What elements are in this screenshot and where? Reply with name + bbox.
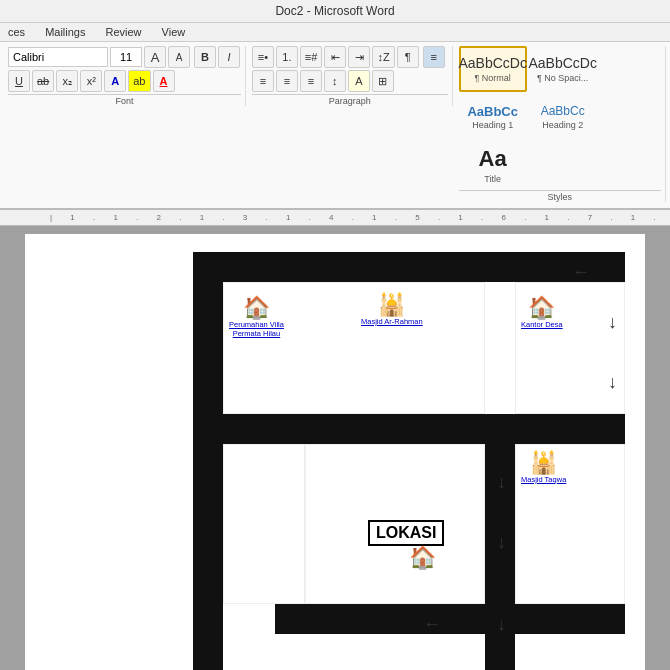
justify-btn[interactable]: ≡ xyxy=(300,70,322,92)
house-icon-kantor: 🏠 xyxy=(528,297,555,319)
text-effects-btn[interactable]: A xyxy=(104,70,126,92)
menu-item-view[interactable]: View xyxy=(158,25,190,39)
show-formatting-btn[interactable]: ¶ xyxy=(397,46,419,68)
loc-perumahan: 🏠 Perumahan VillaPermata Hilau xyxy=(229,297,284,338)
style-no-spacing-label: ¶ No Spaci... xyxy=(537,73,588,83)
title-bar: Doc2 - Microsoft Word xyxy=(0,0,670,23)
menu-item-mailings[interactable]: Mailings xyxy=(41,25,89,39)
font-controls: A A B I U ab x₂ x² A ab A xyxy=(8,46,241,92)
arrow-top-right: ← xyxy=(572,262,590,283)
underline-btn[interactable]: U xyxy=(8,70,30,92)
style-title-label: Title xyxy=(484,174,501,184)
style-heading1[interactable]: AaBbCc Heading 1 xyxy=(459,94,527,140)
text-highlight-btn[interactable]: ab xyxy=(128,70,150,92)
style-heading2-preview: AaBbCc xyxy=(541,104,585,118)
bullets-btn[interactable]: ≡• xyxy=(252,46,274,68)
road-bot-h xyxy=(275,604,625,634)
window-title: Doc2 - Microsoft Word xyxy=(275,4,394,18)
ribbon-group-font: A A B I U ab x₂ x² A ab A Font xyxy=(4,46,246,106)
arrow-bot-down: ↓ xyxy=(497,614,506,635)
style-no-spacing[interactable]: AaBbCcDc ¶ No Spaci... xyxy=(529,46,597,92)
styles-controls: AaBbCcDc ¶ Normal AaBbCcDc ¶ No Spaci...… xyxy=(459,46,661,188)
sort-btn[interactable]: ↕Z xyxy=(372,46,394,68)
line-spacing-btn[interactable]: ↕ xyxy=(324,70,346,92)
loc-masjid-ar: 🕌 Masjid Ar-Rahman xyxy=(361,294,423,326)
style-heading1-label: Heading 1 xyxy=(472,120,513,130)
arrow-right-v2: ↓ xyxy=(608,372,617,393)
style-normal[interactable]: AaBbCcDc ¶ Normal xyxy=(459,46,527,92)
bold-btn[interactable]: B xyxy=(194,46,216,68)
superscript-btn[interactable]: x² xyxy=(80,70,102,92)
arrow-bot-h: ← xyxy=(423,614,441,635)
document-area: ← ↓ ↓ ↓ ↓ ← ↓ 🏠 Perumahan VillaPermata H… xyxy=(0,226,670,670)
style-heading1-preview: AaBbCc xyxy=(467,104,518,120)
paragraph-controls: ≡• 1. ≡# ⇤ ⇥ ↕Z ¶ ≡ ≡ ≡ ≡ ↕ A ⊞ xyxy=(252,46,448,92)
masjid-ar-label: Masjid Ar-Rahman xyxy=(361,317,423,326)
font-name-input[interactable] xyxy=(8,47,108,67)
multilevel-btn[interactable]: ≡# xyxy=(300,46,323,68)
ribbon-group-styles: AaBbCcDc ¶ Normal AaBbCcDc ¶ No Spaci...… xyxy=(455,46,666,202)
doc-page: ← ↓ ↓ ↓ ↓ ← ↓ 🏠 Perumahan VillaPermata H… xyxy=(25,234,645,670)
loc-masjid-taqwa: 🕌 Masjid Taqwa xyxy=(521,452,566,484)
align-right-btn[interactable]: ≡ xyxy=(276,70,298,92)
arrow-mid-v1: ↓ xyxy=(497,472,506,493)
style-heading2[interactable]: AaBbCc Heading 2 xyxy=(529,94,597,140)
road-mid-h xyxy=(193,414,625,444)
masjid-taqwa-label: Masjid Taqwa xyxy=(521,475,566,484)
perumahan-label: Perumahan VillaPermata Hilau xyxy=(229,320,284,338)
font-size-input[interactable] xyxy=(110,47,142,67)
road-top xyxy=(193,252,625,282)
ruler: | 1 . 1 . 2 . 1 . 3 . 1 . 4 . 1 . 5 . 1 … xyxy=(0,210,670,226)
italic-btn[interactable]: I xyxy=(218,46,240,68)
style-heading2-label: Heading 2 xyxy=(542,120,583,130)
arrow-mid-v2: ↓ xyxy=(497,532,506,553)
strikethrough-btn[interactable]: ab xyxy=(32,70,54,92)
loc-house-lokasi: 🏠 xyxy=(409,547,436,569)
style-normal-preview: AaBbCcDc xyxy=(458,55,526,72)
ruler-marks: | 1 . 1 . 2 . 1 . 3 . 1 . 4 . 1 . 5 . 1 … xyxy=(50,213,670,222)
style-normal-label: ¶ Normal xyxy=(475,73,511,83)
styles-section-label: Styles xyxy=(459,190,661,202)
style-title[interactable]: Aa Title xyxy=(459,142,527,188)
house-icon-lokasi: 🏠 xyxy=(409,547,436,569)
borders-btn[interactable]: ⊞ xyxy=(372,70,394,92)
shading-btn[interactable]: A xyxy=(348,70,370,92)
mosque-icon-ar: 🕌 xyxy=(378,294,405,316)
road-left-v2 xyxy=(193,414,223,670)
house-icon-perumahan: 🏠 xyxy=(243,297,270,319)
loc-kantor-desa: 🏠 Kantor Desa xyxy=(521,297,563,329)
font-color-btn[interactable]: A xyxy=(153,70,175,92)
lokasi-label: LOKASI xyxy=(368,520,444,546)
increase-indent-btn[interactable]: ⇥ xyxy=(348,46,370,68)
menu-bar: ces Mailings Review View xyxy=(0,23,670,42)
style-title-preview: Aa xyxy=(479,146,507,172)
font-label: Font xyxy=(8,94,241,106)
arrow-right-v1: ↓ xyxy=(608,312,617,333)
land-bot-left xyxy=(223,444,305,604)
shrink-font-btn[interactable]: A xyxy=(168,46,190,68)
menu-item-ces[interactable]: ces xyxy=(4,25,29,39)
ribbon-group-paragraph: ≡• 1. ≡# ⇤ ⇥ ↕Z ¶ ≡ ≡ ≡ ≡ ↕ A ⊞ Paragrap… xyxy=(248,46,453,106)
paragraph-section-label: Paragraph xyxy=(252,94,448,106)
style-no-spacing-preview: AaBbCcDc xyxy=(528,55,596,72)
numbering-btn[interactable]: 1. xyxy=(276,46,298,68)
mosque-icon-taqwa: 🕌 xyxy=(530,452,557,474)
ribbon: A A B I U ab x₂ x² A ab A Font ≡• 1. ≡# … xyxy=(0,42,670,210)
decrease-indent-btn[interactable]: ⇤ xyxy=(324,46,346,68)
map-container: ← ↓ ↓ ↓ ↓ ← ↓ 🏠 Perumahan VillaPermata H… xyxy=(45,252,625,670)
ribbon-main: A A B I U ab x₂ x² A ab A Font ≡• 1. ≡# … xyxy=(4,44,666,204)
subscript-btn[interactable]: x₂ xyxy=(56,70,78,92)
grow-font-btn[interactable]: A xyxy=(144,46,166,68)
align-left-btn[interactable]: ≡ xyxy=(423,46,445,68)
menu-item-review[interactable]: Review xyxy=(101,25,145,39)
kantor-desa-label: Kantor Desa xyxy=(521,320,563,329)
align-center-btn[interactable]: ≡ xyxy=(252,70,274,92)
